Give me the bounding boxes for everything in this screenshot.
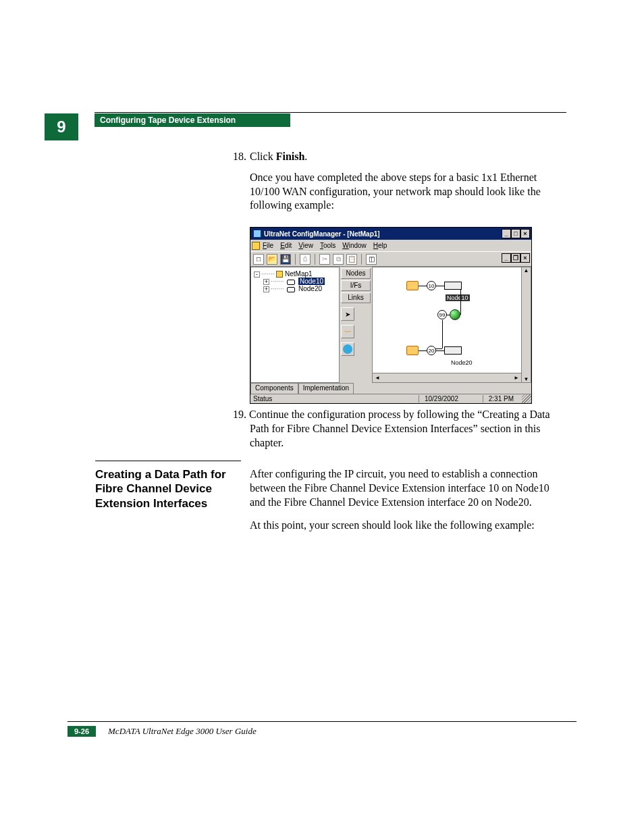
tree-node-label: Node20 [298, 285, 322, 292]
pointer-tool-icon[interactable]: ➤ [341, 307, 354, 321]
globe-tool-icon[interactable] [341, 342, 354, 356]
step-number: 18. [233, 150, 250, 164]
chapter-number: 9 [57, 118, 65, 136]
window-titlebar: UltraNet ConfigManager - [NetMap1] _ □ × [250, 228, 531, 240]
menu-bar: File Edit View Tools Window Help _ ❐ × [250, 240, 531, 252]
minimize-button[interactable]: _ [502, 229, 511, 238]
cut-icon[interactable]: ✂ [319, 254, 330, 265]
tab-implementation[interactable]: Implementation [298, 383, 354, 394]
node-icon [287, 287, 295, 292]
scroll-left-icon[interactable]: ◄ [373, 375, 382, 381]
work-area: -······· NetMap1 +······· Node10 +······… [250, 267, 531, 383]
bottom-tabs: Components Implementation [250, 383, 354, 394]
toolbar: □ 📂 💾 ⎙ ✂ ⧉ 📋 ◫ [250, 252, 531, 267]
window-controls: _ □ × [502, 229, 530, 238]
mdi-close-button[interactable]: × [520, 253, 530, 263]
tab-components[interactable]: Components [250, 383, 298, 394]
expand-icon[interactable]: + [263, 286, 269, 292]
link-line [460, 289, 461, 315]
toolbar-separator [361, 254, 362, 265]
page-footer: 9-26 McDATA UltraNet Edge 3000 User Guid… [68, 721, 576, 737]
link-line [419, 286, 427, 286]
menu-edit[interactable]: Edit [280, 242, 292, 249]
tree-node[interactable]: +······· Node20 [254, 285, 336, 292]
example-screenshot: UltraNet ConfigManager - [NetMap1] _ □ ×… [250, 227, 532, 404]
new-icon[interactable]: □ [253, 254, 264, 265]
menu-window[interactable]: Window [342, 242, 367, 249]
canvas-node-label: Node20 [450, 359, 474, 366]
status-time: 2:31 PM [483, 395, 519, 402]
tree-node[interactable]: +······· Node10 [254, 278, 336, 285]
chapter-header-banner: Configuring Tape Device Extension [95, 113, 290, 127]
palette-ifs-button[interactable]: I/Fs [341, 280, 371, 291]
toolbar-separator [315, 254, 315, 265]
window-title: UltraNet ConfigManager - [NetMap1] [264, 230, 380, 238]
paste-icon[interactable]: 📋 [346, 254, 357, 265]
doc-icon [252, 242, 260, 250]
mdi-restore-button[interactable]: ❐ [511, 253, 520, 263]
copy-icon[interactable]: ⧉ [333, 254, 344, 265]
status-label: Status [250, 395, 272, 402]
tree-node-label: Node10 [298, 278, 325, 285]
network-map-canvas[interactable]: 10 Node10 99 20 Node20 [372, 267, 531, 383]
close-button[interactable]: × [520, 229, 530, 238]
canvas-node-bottom[interactable]: 20 [406, 346, 462, 355]
netmap-icon [276, 271, 283, 278]
palette-nodes-button[interactable]: Nodes [341, 268, 371, 279]
save-icon[interactable]: 💾 [280, 254, 291, 265]
canvas-wan-link[interactable]: 99 [437, 309, 460, 320]
device-icon [406, 281, 419, 290]
canvas-node-top[interactable]: 10 [406, 281, 462, 290]
link-tool-icon[interactable]: 〰 [341, 325, 354, 338]
step-18-paragraph: Once you have completed the above steps … [250, 171, 564, 213]
mdi-minimize-button[interactable]: _ [502, 253, 511, 263]
link-line [436, 350, 444, 351]
globe-icon [450, 309, 460, 320]
tree-root-label: NetMap1 [285, 270, 313, 278]
port-number: 20 [429, 348, 435, 354]
step-number: 19. [233, 409, 246, 420]
step-19: 19. Continue the configuration process b… [233, 408, 564, 450]
vertical-scrollbar[interactable] [521, 267, 531, 382]
book-title: McDATA UltraNet Edge 3000 User Guide [108, 726, 257, 737]
palette-links-button[interactable]: Links [341, 292, 371, 303]
print-icon[interactable]: ⎙ [300, 254, 311, 265]
maximize-button[interactable]: □ [511, 229, 520, 238]
tree-pane[interactable]: -······· NetMap1 +······· Node10 +······… [250, 267, 340, 383]
section-divider [95, 461, 241, 461]
section-paragraph-2: At this point, your screen should look l… [250, 519, 564, 533]
horizontal-scrollbar[interactable]: ◄ ► [373, 373, 521, 382]
menu-view[interactable]: View [298, 242, 313, 249]
expand-icon[interactable]: + [263, 279, 269, 285]
interface-icon [444, 346, 462, 355]
menu-help[interactable]: Help [373, 242, 387, 249]
step-19-text: Continue the configuration process by fo… [249, 409, 550, 448]
step-18: 18.Click Finish. Once you have completed… [233, 150, 564, 213]
status-date: 10/29/2002 [419, 395, 464, 402]
page-number: 9-26 [68, 726, 96, 737]
port-number: 99 [439, 312, 446, 318]
port-icon: 10 [427, 281, 436, 290]
palette: Nodes I/Fs Links ➤ 〰 [340, 267, 372, 383]
resize-grip-icon[interactable] [522, 394, 531, 403]
status-bar: Status 10/29/2002 2:31 PM [250, 394, 531, 403]
toolbar-separator [295, 254, 296, 265]
step-18-suffix: . [304, 151, 307, 162]
scroll-right-icon[interactable]: ► [512, 375, 521, 381]
port-icon: 99 [437, 310, 447, 319]
port-icon: 20 [427, 346, 436, 355]
collapse-icon[interactable]: - [254, 271, 260, 278]
open-icon[interactable]: 📂 [267, 254, 277, 265]
window-icon[interactable]: ◫ [366, 254, 377, 265]
interface-icon [444, 282, 462, 290]
menu-file[interactable]: File [263, 242, 273, 249]
menu-tools[interactable]: Tools [320, 242, 336, 249]
page-top-rule [95, 112, 566, 113]
section-body: After configuring the IP circuit, you ne… [250, 467, 564, 542]
step-18-prefix: Click [250, 151, 276, 162]
node-icon [287, 280, 295, 285]
link-line [436, 286, 444, 286]
tree-root[interactable]: -······· NetMap1 [254, 270, 336, 278]
port-number: 10 [429, 283, 435, 289]
link-line [442, 320, 443, 348]
